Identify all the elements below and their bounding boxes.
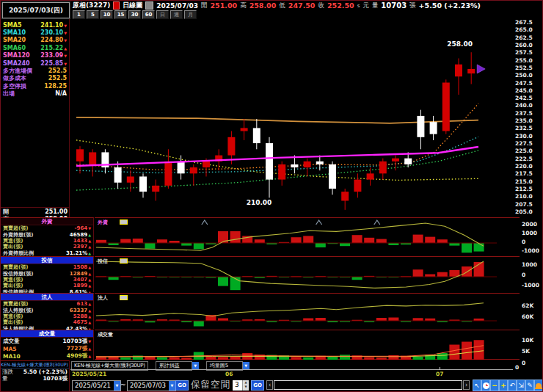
stat-value-group: 128.25	[44, 83, 67, 90]
timeframe-button-10[interactable]: 10	[101, 10, 113, 19]
stat-value: 1433	[73, 238, 87, 244]
zoom-out-icon[interactable]: −	[490, 380, 499, 391]
reserve-space-stepper[interactable]: 3 ▲▼	[233, 380, 249, 391]
stat-label: SMA60	[3, 45, 26, 51]
stat-value-group: 230.10▼	[40, 29, 67, 36]
stat-value: 224.80	[40, 37, 63, 43]
sub-chart-label: 外資	[98, 219, 108, 226]
date-from-select[interactable]: 2025/05/21 ▼	[72, 380, 121, 391]
scroll-right-arrow[interactable]: ›	[463, 380, 470, 390]
trend-arrow-icon: ▲	[88, 346, 91, 351]
price-axis-label: 247.5	[515, 81, 533, 87]
trend-arrow-icon: ▼	[64, 54, 67, 58]
chart-toolbar: ↖−+↶⇲✎	[473, 380, 543, 391]
price-axis-label: 245.0	[515, 88, 533, 94]
sub-axis-label: -1000	[522, 283, 543, 288]
price-axis-label: 255.0	[515, 58, 533, 64]
trend-arrow-icon: ▲	[88, 251, 91, 255]
trend-arrow-icon: ▲	[88, 233, 91, 237]
main-chart[interactable]: 258.00210.00	[70, 19, 512, 217]
volume-chart[interactable]: 成交量	[95, 330, 520, 360]
stepper-arrows-icon[interactable]: ▲▼	[242, 380, 249, 391]
sub-axis-label: 5K	[522, 349, 543, 355]
price-axis-label: 215.0	[515, 179, 533, 185]
price-axis-label: 242.5	[515, 95, 533, 101]
stat-label: 做多成本	[3, 74, 26, 82]
dropdown-pnl[interactable]: 累計損益 ▼	[156, 362, 199, 370]
price-axis-label: 232.5	[515, 126, 533, 131]
stat-value-group: 252.5	[48, 75, 67, 81]
fit-icon[interactable]: ⇲	[517, 380, 525, 391]
stat-label: MA10	[3, 353, 21, 360]
stock-name: 原相(3227)	[73, 1, 110, 10]
sub-axis-label: 2000	[522, 222, 543, 228]
timeframe-button-週[interactable]: 週	[170, 10, 183, 19]
time-scrollbar[interactable]	[274, 380, 462, 390]
stat-value-group: 1899▲	[73, 283, 91, 288]
dropdown-volchart[interactable]: 均量圖5 ▼	[206, 362, 249, 370]
timeframe-button-60[interactable]: 60	[142, 10, 155, 19]
chevron-down-icon[interactable]: ▼	[243, 362, 249, 370]
stat-value: 233.09	[40, 52, 63, 59]
stat-value-group: -964▼	[75, 225, 91, 231]
stat-value: 1508	[73, 264, 87, 270]
open-value: 251.00	[210, 1, 237, 10]
date-from-value: 2025/05/21	[75, 382, 111, 389]
price-axis-label: 260.0	[515, 43, 533, 48]
trend-arrow-icon: ▲	[88, 283, 91, 288]
timeframe-button-5[interactable]: 5	[87, 10, 99, 19]
stat-label: 出場	[3, 90, 15, 98]
close-value: 252.50	[327, 1, 354, 10]
draw-icon[interactable]: ✎	[525, 380, 534, 391]
trend-arrow-icon: ▲	[88, 277, 91, 282]
time-icon[interactable]	[481, 380, 490, 391]
trust-chart[interactable]: 投信	[95, 256, 520, 292]
timeframe-button-1[interactable]: 1	[73, 10, 85, 19]
zoom-in-icon[interactable]: +	[499, 380, 508, 391]
chevron-down-icon[interactable]: ▼	[192, 362, 199, 370]
stat-label: 開	[3, 208, 9, 216]
undo-icon[interactable]: ↶	[508, 380, 517, 391]
trend-arrow-icon: ▲	[64, 46, 67, 51]
change-row-label: 漲跌	[2, 369, 13, 375]
date-to-select[interactable]: 2025/07/03 ▼	[127, 380, 176, 391]
chevron-down-icon[interactable]: ▼	[169, 381, 175, 391]
stat-row: 開251.00	[1, 208, 70, 215]
timeframe-button-15[interactable]: 15	[114, 10, 127, 19]
chevron-down-icon[interactable]: ▼	[114, 381, 120, 391]
stat-value-group: 46589▲	[70, 232, 91, 238]
scroll-left-arrow[interactable]: ‹	[266, 380, 273, 390]
institution-chart[interactable]: 法人	[95, 293, 520, 329]
stat-label: SMA20	[3, 37, 26, 43]
price-axis-label: 265.0	[515, 27, 533, 33]
stat-label: SMA120	[3, 52, 30, 59]
go-button[interactable]: GO	[175, 380, 189, 391]
price-axis-label: 262.5	[515, 35, 533, 41]
sub-chart-label: 投信	[98, 258, 108, 265]
trend-arrow-icon: ▲	[88, 244, 91, 249]
draw-glyph: ✎	[527, 382, 533, 389]
chart-grid-icon[interactable]	[145, 1, 153, 10]
go-button-2[interactable]: GO	[251, 380, 264, 391]
time-axis-line	[70, 369, 513, 370]
indicator-name[interactable]: KEN-極光線+爆大量(獲利30UP)	[1, 361, 69, 369]
vol-row-value: 10703張	[43, 375, 68, 382]
price-axis-label: 212.5	[515, 186, 533, 192]
timeframe-button-月[interactable]: 月	[184, 10, 197, 19]
price-axis-label: 230.0	[515, 134, 533, 139]
volume-value: 10703	[381, 1, 407, 10]
stat-value-group: 12849▲	[70, 271, 91, 277]
chart-type-label: 日線圖	[123, 1, 142, 10]
alarm-icon[interactable]	[534, 380, 543, 391]
price-axis-label: 205.0	[515, 209, 533, 215]
undo-glyph: ↶	[509, 382, 515, 389]
zoom-in-glyph: +	[500, 382, 506, 389]
price-axis-label: 210.0	[515, 194, 533, 200]
select-cursor-icon[interactable]: ↖	[473, 380, 481, 391]
trust-info-panel: 投信 買賣超(張)1508▲投信持股(張)12849▲買進(張)3407▲賣出(…	[1, 256, 94, 292]
stat-value: 1899	[73, 283, 87, 288]
foreign-chart[interactable]: 外資	[95, 217, 520, 255]
timeframe-button-日[interactable]: 日	[156, 10, 169, 19]
timeframe-button-30[interactable]: 30	[128, 10, 141, 19]
stat-value-group: 224.80▼	[40, 37, 67, 43]
